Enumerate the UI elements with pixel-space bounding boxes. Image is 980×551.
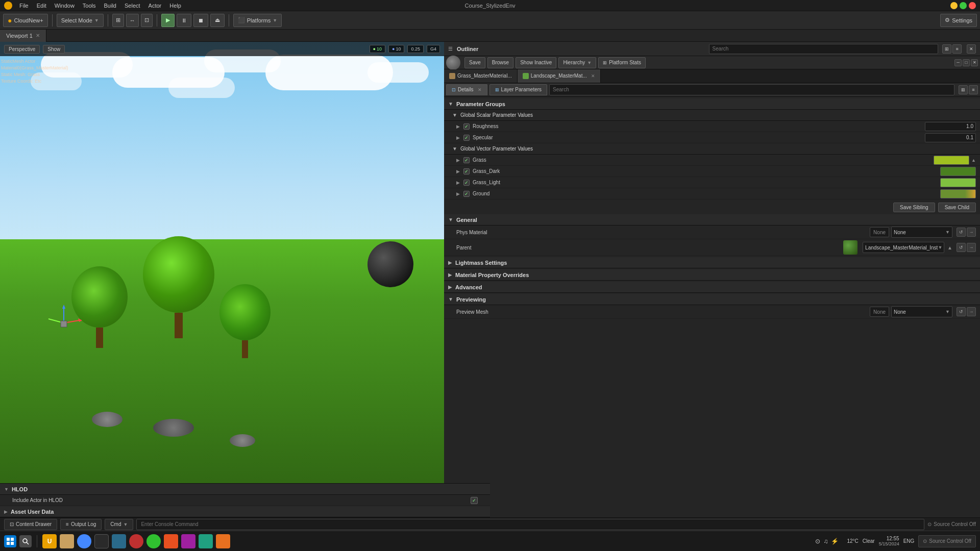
menu-tools[interactable]: Tools bbox=[79, 0, 100, 11]
cmd-button[interactable]: Cmd ▼ bbox=[105, 519, 133, 530]
volume-icon[interactable]: ♫ bbox=[823, 538, 828, 545]
perspective-button[interactable]: Perspective bbox=[4, 45, 40, 54]
ground-checkbox[interactable] bbox=[463, 191, 470, 197]
material-overrides-header[interactable]: ▶ Material Property Overrides bbox=[444, 269, 980, 281]
viewport[interactable]: Perspective Show ● 10 ● 10 0.25 G4 bbox=[0, 42, 444, 536]
eject-button[interactable]: ⏏ bbox=[210, 14, 225, 27]
stop-button[interactable]: ⏹ bbox=[193, 14, 208, 27]
grass-light-checkbox[interactable] bbox=[463, 180, 470, 186]
outliner-close[interactable]: ✕ bbox=[967, 44, 976, 54]
grass-checkbox[interactable] bbox=[463, 157, 470, 163]
menu-file[interactable]: File bbox=[15, 0, 33, 11]
hlod-include-checkbox[interactable]: ✓ bbox=[471, 497, 478, 504]
advanced-header[interactable]: ▶ Advanced bbox=[444, 282, 980, 293]
asset-maximize[interactable]: □ bbox=[963, 59, 970, 66]
roughness-checkbox[interactable] bbox=[463, 123, 470, 130]
transform-button[interactable]: ↔ bbox=[126, 14, 139, 27]
viewport-1-tab[interactable]: Viewport 1 ✕ bbox=[0, 30, 46, 42]
ground-color-swatch[interactable] bbox=[940, 189, 976, 198]
specular-value[interactable] bbox=[925, 133, 976, 142]
param-groups-header[interactable]: ▼ Parameter Groups bbox=[444, 98, 980, 110]
roughness-value[interactable] bbox=[925, 122, 976, 131]
source-control-taskbar[interactable]: ⊙ Source Control Off bbox=[918, 535, 976, 547]
details-search-input[interactable] bbox=[549, 84, 954, 95]
preview-clear-btn[interactable]: → bbox=[967, 307, 976, 316]
menu-help[interactable]: Help bbox=[165, 0, 185, 11]
preview-mesh-dropdown[interactable]: None ▼ bbox=[891, 306, 952, 317]
search-taskbar-btn[interactable] bbox=[19, 535, 32, 547]
cloud-new-button[interactable]: ● CloudNew+ bbox=[3, 14, 48, 27]
parent-expand-btn[interactable]: ▲ bbox=[947, 245, 952, 251]
play-button[interactable]: ▶ bbox=[161, 14, 175, 27]
browse-button[interactable]: Browse bbox=[487, 57, 513, 68]
global-scalar-header[interactable]: ▼ Global Scalar Parameter Values bbox=[444, 110, 980, 121]
outliner-list-view[interactable]: ≡ bbox=[952, 44, 962, 54]
viewport-tab-close[interactable]: ✕ bbox=[36, 30, 40, 42]
previewing-header[interactable]: ▼ Previewing bbox=[444, 294, 980, 305]
phys-material-dropdown[interactable]: None ▼ bbox=[891, 227, 952, 238]
specular-checkbox[interactable] bbox=[463, 135, 470, 141]
grass-light-color-swatch[interactable] bbox=[940, 178, 976, 187]
asset-user-data-header[interactable]: ▶ Asset User Data bbox=[0, 506, 490, 517]
terminal-icon[interactable] bbox=[94, 534, 109, 548]
landscape-tab-close[interactable]: ✕ bbox=[591, 69, 595, 83]
menu-build[interactable]: Build bbox=[100, 0, 120, 11]
app-icon-purple[interactable] bbox=[181, 534, 195, 548]
network-icon[interactable]: ⊙ bbox=[815, 538, 820, 545]
details-tab[interactable]: ⊡ Details ✕ bbox=[446, 84, 487, 95]
console-input[interactable] bbox=[136, 519, 924, 530]
show-inactive-button[interactable]: Show Inactive bbox=[516, 57, 556, 68]
content-drawer-button[interactable]: ⊡ Content Drawer bbox=[4, 519, 57, 530]
general-header[interactable]: ▼ General bbox=[444, 214, 980, 226]
grass-dark-color-swatch[interactable] bbox=[940, 167, 976, 176]
output-log-button[interactable]: ≡ Output Log bbox=[60, 519, 102, 530]
show-button[interactable]: Show bbox=[43, 45, 65, 54]
parent-browse-btn[interactable]: ↺ bbox=[957, 243, 966, 252]
menu-select[interactable]: Select bbox=[120, 0, 144, 11]
layer-params-tab[interactable]: ⊞ Layer Parameters bbox=[489, 84, 547, 95]
pause-button[interactable]: ⏸ bbox=[177, 14, 191, 27]
menu-window[interactable]: Window bbox=[51, 0, 79, 11]
lightmass-header[interactable]: ▶ Lightmass Settings bbox=[444, 257, 980, 268]
platform-stats-button[interactable]: ⊞ Platform Stats bbox=[598, 57, 646, 68]
grass-color-swatch[interactable] bbox=[934, 156, 969, 165]
snap-button[interactable]: ⊞ bbox=[112, 14, 124, 27]
outliner-grid-view[interactable]: ⊞ bbox=[942, 44, 951, 54]
hlod-header[interactable]: ▼ HLOD bbox=[0, 484, 490, 495]
maximize-button[interactable] bbox=[960, 2, 967, 9]
start-button[interactable] bbox=[4, 535, 16, 547]
app-icon-red[interactable] bbox=[129, 534, 143, 548]
asset-tab-landscape[interactable]: Landscape_MasterMat... ✕ bbox=[518, 69, 601, 83]
outliner-search-input[interactable] bbox=[709, 44, 938, 54]
menu-actor[interactable]: Actor bbox=[144, 0, 166, 11]
app-icon-teal[interactable] bbox=[199, 534, 213, 548]
app-icon-orange2[interactable] bbox=[216, 534, 230, 548]
global-vector-header[interactable]: ▼ Global Vector Parameter Values bbox=[444, 143, 980, 155]
notes-icon[interactable] bbox=[112, 534, 126, 548]
select-mode-button[interactable]: Select Mode ▼ bbox=[57, 14, 104, 27]
parent-dropdown[interactable]: Landscape_MasterMaterial_Inst ▼ bbox=[863, 242, 944, 253]
asset-close[interactable]: ✕ bbox=[971, 59, 978, 66]
chrome-icon[interactable] bbox=[77, 534, 91, 548]
details-list-btn[interactable]: ≡ bbox=[969, 85, 978, 94]
preview-browse-btn[interactable]: ↺ bbox=[957, 307, 966, 316]
details-grid-btn[interactable]: ⊞ bbox=[959, 85, 968, 94]
app-icon-orange[interactable] bbox=[164, 534, 178, 548]
details-tab-close[interactable]: ✕ bbox=[478, 84, 482, 95]
app-icon-green[interactable] bbox=[146, 534, 161, 548]
save-sibling-button[interactable]: Save Sibling bbox=[893, 203, 935, 212]
save-child-button[interactable]: Save Child bbox=[938, 203, 976, 212]
asset-tab-grass[interactable]: Grass_MasterMaterial... bbox=[444, 69, 518, 83]
menu-edit[interactable]: Edit bbox=[33, 0, 51, 11]
asset-minimize[interactable]: ─ bbox=[954, 59, 962, 66]
ue-taskbar-icon[interactable]: U bbox=[42, 534, 57, 548]
minimize-button[interactable] bbox=[950, 2, 958, 9]
parent-clear-btn[interactable]: → bbox=[967, 243, 976, 252]
brush-button[interactable]: ⊡ bbox=[141, 14, 153, 27]
close-button[interactable] bbox=[969, 2, 976, 9]
platforms-button[interactable]: ⬛ Platforms ▼ bbox=[233, 14, 282, 27]
battery-icon[interactable]: ⚡ bbox=[831, 538, 839, 545]
grass-dark-checkbox[interactable] bbox=[463, 168, 470, 174]
phys-clear-btn[interactable]: → bbox=[967, 228, 976, 237]
explorer-icon[interactable] bbox=[60, 534, 74, 548]
